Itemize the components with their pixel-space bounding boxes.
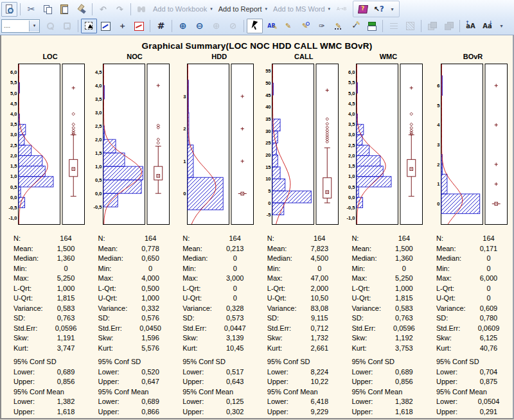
stat-value: 0,0504 [468, 397, 509, 407]
stat-row: Upper:0,875 [436, 377, 509, 387]
context-help-button[interactable]: ↖ [371, 2, 387, 17]
stat-value: 0,763 [46, 313, 86, 324]
stat-label: U-Qrt: [98, 293, 130, 304]
svg-text:4,0: 4,0 [10, 111, 17, 117]
marker-tool-button[interactable]: ✓ [347, 19, 363, 33]
toolbar-separator [421, 20, 421, 32]
graph-selector-combobox[interactable]: ....▾ [1, 19, 40, 33]
svg-text:0,5: 0,5 [10, 184, 17, 190]
stat-label: Lower: [13, 397, 46, 407]
polyline-tool-button[interactable]: ✑ [314, 19, 330, 33]
graph-document: Graphical Summary(LOC NOC HDD CALL WMC B… [0, 35, 514, 419]
svg-text:40: 40 [265, 104, 270, 110]
decrease-font-button[interactable]: Aa [479, 19, 495, 33]
freehand-tool-button[interactable]: ✎ [330, 19, 346, 33]
embed-object-button[interactable] [364, 19, 380, 33]
cut-button[interactable]: ✂ [23, 2, 39, 17]
compass-icon: ✑ [316, 21, 327, 31]
svg-text:-1,0: -1,0 [9, 215, 17, 221]
stat-value: 0,517 [215, 367, 255, 378]
undo-button[interactable]: ↶ [95, 2, 111, 17]
chevron-down-icon[interactable]: ▾ [29, 21, 39, 31]
zoom-mode-button[interactable] [42, 19, 58, 33]
stat-value: 0,0596 [384, 324, 424, 334]
toolbar-options-2-button[interactable]: ▾ [496, 19, 507, 33]
line-style-button[interactable] [386, 19, 402, 33]
move-plot-button[interactable]: + [114, 19, 130, 33]
stat-label: Max: [436, 274, 468, 284]
svg-text:35: 35 [265, 116, 270, 122]
panel-CALL: CALL5550454035302520151050-5N:164Mean:7,… [259, 53, 340, 417]
stat-label: Upper: [267, 377, 299, 387]
add-to-workbook-menu-button[interactable]: Add to Workbook▾ [150, 4, 215, 14]
text-tool-button[interactable]: AB [263, 19, 279, 33]
toolbar-separator [172, 20, 172, 32]
panel-BOvR: BOvR6543210N:164Mean:0,171Median:0Min:0M… [428, 53, 509, 417]
stat-value: 0,689 [46, 367, 86, 378]
stat-label: Upper: [13, 407, 46, 417]
stat-label: Median: [267, 254, 299, 264]
svg-text:2: 2 [184, 126, 186, 132]
format-painter-button[interactable] [73, 2, 89, 17]
stat-row: Mean:7,823 [267, 244, 340, 254]
stat-label: Variance: [13, 304, 46, 314]
draw-note-tool-button[interactable]: ✎ [280, 19, 296, 33]
stats-section-header: 95% Conf SD [436, 357, 509, 367]
toolbar-separator [130, 3, 131, 15]
zoom-custom-button[interactable]: ⊕ [208, 19, 224, 33]
pan-mode-button[interactable] [59, 19, 75, 33]
stat-value: 4,000 [130, 274, 171, 284]
stat-value: 5,576 [130, 344, 171, 354]
add-to-report-menu-button[interactable]: Add to Report▾ [216, 4, 270, 14]
painter-icon [76, 4, 87, 14]
print-preview-button[interactable] [1, 2, 17, 17]
stat-value: 0 [215, 254, 255, 264]
stat-label: Std.Err: [13, 324, 46, 334]
record-macro-button[interactable]: A→B [333, 2, 350, 17]
stat-value: 0,500 [130, 284, 171, 294]
stat-label: Lower: [351, 367, 384, 378]
stat-value: 1,500 [384, 244, 424, 254]
select-region-button[interactable] [81, 19, 97, 33]
stat-row: Median:0,650 [98, 254, 171, 264]
edit-chart-button[interactable] [98, 19, 114, 33]
redo-button[interactable]: ↷ [112, 2, 128, 17]
stat-row: Lower:0,704 [436, 367, 509, 378]
note-icon: ✎ [283, 21, 294, 31]
send-to-back-button[interactable] [441, 19, 457, 33]
stat-row: Kurt:2,661 [267, 344, 340, 354]
bring-to-front-button[interactable] [424, 19, 440, 33]
zoomout-icon: ⊖ [194, 21, 205, 31]
stat-row: L-Qrt:2,000 [267, 284, 340, 294]
increase-font-button[interactable]: aA [463, 19, 479, 33]
add-to-ms-word-menu-button[interactable]: Add to MS Word▾ [270, 4, 333, 14]
svg-text:2,0: 2,0 [10, 153, 17, 159]
glossary-button[interactable] [355, 2, 371, 17]
stat-value: 0,332 [130, 304, 171, 314]
pointer-tool-button[interactable] [247, 19, 263, 33]
zoom-off-button[interactable]: ⊘ [225, 19, 241, 33]
find-button[interactable] [134, 2, 150, 17]
stat-label: L-Qrt: [98, 284, 130, 294]
stat-row: Std.Err:0,0609 [436, 324, 509, 334]
paste-button[interactable] [57, 2, 73, 17]
stat-row: Variance:83,08 [267, 304, 340, 314]
zoom-in-button[interactable]: ⊕ [175, 19, 191, 33]
toolbar-options-button[interactable]: ▾ [387, 2, 398, 17]
gridlines-button[interactable]: # [153, 19, 169, 33]
stat-label: U-Qrt: [182, 293, 215, 304]
stat-label: Variance: [182, 304, 215, 314]
fill-pattern-button[interactable] [402, 19, 418, 33]
stat-value: 0,778 [130, 244, 171, 254]
stats-section-header: 95% Conf Mean [13, 387, 86, 398]
copy-button[interactable] [40, 2, 56, 17]
note2-icon: ✎ [299, 21, 310, 31]
stat-row: Lower:0,689 [98, 397, 171, 407]
svg-text:0: 0 [184, 191, 186, 197]
stat-row: Upper:0,647 [98, 377, 171, 387]
stat-row: Upper:1,618 [13, 407, 86, 417]
stat-row: N:164 [351, 234, 424, 244]
zoom-out-button[interactable]: ⊖ [191, 19, 208, 33]
plot-options-button[interactable] [131, 19, 147, 33]
draw-object-tool-button[interactable]: ✎ [297, 19, 313, 33]
